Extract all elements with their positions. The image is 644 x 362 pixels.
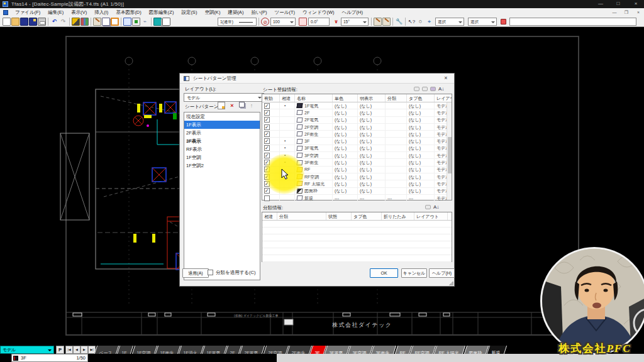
sheet-tab[interactable]: RF: [394, 346, 412, 354]
enabled-checkbox[interactable]: ✓: [264, 145, 270, 151]
lasso-icon[interactable]: ○: [416, 18, 425, 26]
model-combobox[interactable]: モデル: [0, 346, 54, 354]
sheet-tab[interactable]: 1F消火: [179, 346, 204, 354]
copy-pattern-icon[interactable]: [239, 102, 245, 107]
menu-item[interactable]: 拾い(P): [247, 8, 270, 16]
close-button[interactable]: ×: [630, 0, 641, 8]
palette-icon[interactable]: [80, 18, 89, 26]
dialog-close-icon[interactable]: ×: [441, 75, 450, 81]
sheet-tab[interactable]: 2F空調: [263, 346, 288, 354]
menu-item[interactable]: 挿入(I): [91, 8, 112, 16]
menu-item[interactable]: 空調(K): [201, 8, 224, 16]
col-fold[interactable]: 折りたたみ: [382, 212, 414, 220]
no-plot-icon[interactable]: ⊘: [261, 18, 269, 26]
print-icon[interactable]: [38, 18, 46, 26]
menu-item[interactable]: 編集(E): [44, 8, 67, 16]
move-up-icon[interactable]: ↑: [248, 102, 255, 109]
col-diff[interactable]: 相違: [280, 94, 295, 102]
child-minimize-button[interactable]: —: [611, 8, 618, 16]
layout-combobox[interactable]: モデル: [184, 93, 264, 102]
frame-icon[interactable]: [111, 18, 119, 26]
sheet-tab[interactable]: 図面枠: [464, 346, 488, 354]
line-style-dropdown[interactable]: 1(通常): [218, 18, 257, 26]
child-close-button[interactable]: ×: [635, 8, 642, 16]
enabled-checkbox[interactable]: ✓: [264, 103, 270, 109]
col-weak[interactable]: 弱表示: [358, 94, 386, 102]
table-scrollbar[interactable]: [447, 102, 452, 200]
enabled-checkbox[interactable]: ✓: [264, 188, 270, 194]
flag-icon[interactable]: [501, 19, 506, 25]
menu-item[interactable]: 基本図形(D): [112, 8, 145, 16]
command-input[interactable]: [509, 18, 636, 26]
sort-icon[interactable]: A↓: [438, 85, 444, 92]
sheet-table-row[interactable]: ✓ ▪ 2F電気 (なし) (なし) (なし) モデル: [262, 117, 452, 124]
menu-item[interactable]: 図形編集(Z): [145, 8, 178, 16]
pattern-list-item[interactable]: 1F表示: [184, 121, 260, 129]
save-as-icon[interactable]: [29, 18, 37, 26]
sheet-tab[interactable]: 3F衛生: [371, 346, 396, 354]
sheet-tab[interactable]: ベース: [94, 346, 119, 354]
link-icon[interactable]: ⌁: [141, 18, 149, 26]
pitch-dropdown[interactable]: 15°: [341, 18, 369, 26]
measure-pen-icon[interactable]: [382, 18, 391, 26]
coordinate-icon[interactable]: [299, 18, 307, 26]
p-button[interactable]: P: [56, 346, 64, 354]
resize-grip[interactable]: [449, 281, 453, 285]
enabled-checkbox[interactable]: ✓: [264, 195, 270, 201]
wrench-icon[interactable]: 🔧: [395, 18, 403, 26]
sheet-tab[interactable]: 1F: [117, 346, 133, 354]
pattern-list-item[interactable]: 2F表示: [184, 129, 260, 137]
help-button[interactable]: ヘルプ(H): [429, 268, 455, 278]
enabled-checkbox[interactable]: ✓: [264, 153, 270, 158]
enabled-checkbox[interactable]: ✓: [264, 110, 270, 116]
enabled-checkbox[interactable]: ✓: [264, 131, 270, 137]
col-class[interactable]: 分類: [277, 212, 326, 220]
redo-icon[interactable]: ↷: [59, 18, 67, 26]
sort-icon[interactable]: A↓: [433, 204, 439, 211]
pattern-list-item[interactable]: 1F空調2: [184, 162, 260, 170]
pick-icon[interactable]: ⌖: [425, 18, 433, 26]
freehand-pen-icon[interactable]: [374, 18, 382, 26]
sheet-tab[interactable]: 1F空調: [131, 346, 157, 354]
sheet-tab[interactable]: 3F電気: [325, 346, 350, 354]
sheet-tab[interactable]: RF 太陽光: [434, 346, 466, 354]
dialog-title-bar[interactable]: シートパターン管理 ×: [180, 74, 454, 84]
sheet-tab[interactable]: 1F電気: [202, 346, 227, 354]
snap-icon[interactable]: [132, 18, 140, 26]
select-filter-dropdown[interactable]: 選択: [468, 18, 497, 26]
apply-button[interactable]: 適用(A): [182, 268, 209, 278]
undo-icon[interactable]: ↶: [50, 18, 58, 26]
pen-icon[interactable]: [93, 18, 101, 26]
select-mode-dropdown[interactable]: 選択: [435, 18, 464, 26]
comment-icon[interactable]: [425, 205, 431, 209]
col-mono[interactable]: 単色: [333, 94, 358, 102]
sheet-table-row[interactable]: ✓ ▪ 3F電気 (なし) (なし) (なし) モデル: [262, 145, 452, 152]
marker-icon[interactable]: [72, 18, 80, 26]
enabled-checkbox[interactable]: ✓: [264, 117, 270, 123]
menu-item[interactable]: ファイル(F): [11, 8, 44, 16]
save-icon[interactable]: [20, 18, 28, 26]
sheet-tab[interactable]: 3F空調: [348, 346, 373, 354]
pattern-list-item[interactable]: 3F表示: [184, 137, 260, 145]
enabled-checkbox[interactable]: ✓: [264, 124, 270, 130]
menu-item[interactable]: ウィンドウ(W): [299, 8, 338, 16]
pattern-list-item[interactable]: 1F空調: [184, 153, 260, 162]
comment-filled-icon[interactable]: [430, 87, 436, 91]
new-file-icon[interactable]: [3, 18, 11, 26]
child-restore-button[interactable]: ❐: [623, 8, 630, 16]
menu-item[interactable]: 設定(S): [177, 8, 201, 16]
delete-pattern-icon[interactable]: ×: [228, 102, 236, 109]
next-sheet-button[interactable]: ▶: [80, 346, 88, 354]
col-tabcolor[interactable]: タブ色: [407, 94, 435, 102]
col-layout[interactable]: レイアウト: [414, 212, 448, 220]
ok-button[interactable]: OK: [370, 268, 398, 278]
col-class[interactable]: 分類: [386, 94, 407, 102]
sheet-tab[interactable]: 新規: [486, 346, 506, 354]
prev-sheet-button[interactable]: ◀: [73, 346, 80, 354]
menu-item[interactable]: ツール(T): [271, 8, 299, 16]
help-cursor-icon[interactable]: ↖?: [408, 18, 416, 26]
col-tabcolor[interactable]: タブ色: [352, 212, 382, 220]
sheet-table-row[interactable]: ✓ ▪ 2F衛生 (なし) (なし) (なし) モデル: [262, 131, 452, 138]
first-sheet-button[interactable]: |◀: [65, 346, 73, 354]
col-diff[interactable]: 相違: [262, 212, 277, 220]
